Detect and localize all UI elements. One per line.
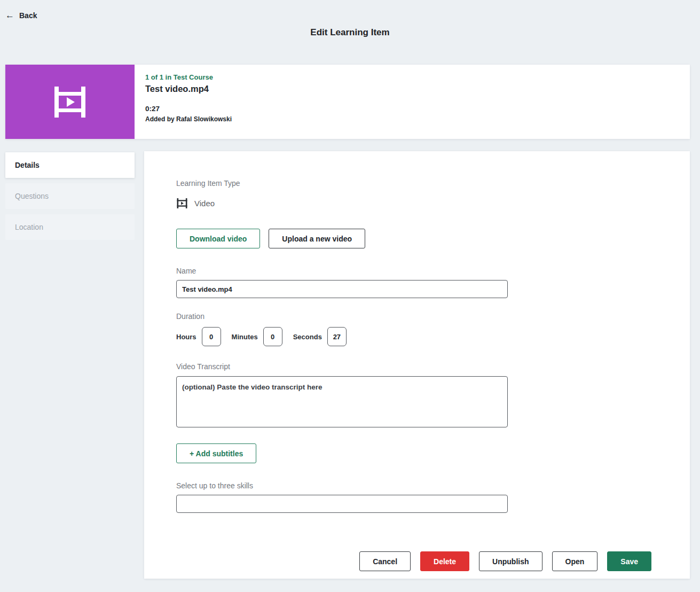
back-label: Back — [19, 11, 37, 20]
video-transcript-textarea[interactable] — [176, 376, 508, 427]
learning-item-type-label: Learning Item Type — [176, 179, 690, 188]
video-thumbnail — [5, 65, 135, 139]
skills-input[interactable] — [176, 495, 508, 513]
learning-item-type-value: Video — [194, 199, 215, 208]
upload-new-video-button[interactable]: Upload a new video — [269, 229, 365, 248]
page-title: Edit Learning Item — [0, 27, 700, 38]
media-header-card: 1 of 1 in Test Course Test video.mp4 0:2… — [5, 65, 690, 139]
back-arrow-icon: ← — [5, 11, 14, 20]
sidebar-item-location[interactable]: Location — [5, 214, 135, 240]
video-transcript-label: Video Transcript — [176, 362, 690, 371]
name-label: Name — [176, 267, 690, 275]
seconds-input[interactable] — [327, 327, 347, 346]
hours-input[interactable] — [202, 327, 221, 346]
media-info: 1 of 1 in Test Course Test video.mp4 0:2… — [135, 65, 242, 139]
minutes-input[interactable] — [263, 327, 282, 346]
media-duration: 0:27 — [145, 105, 232, 113]
skills-label: Select up to three skills — [176, 481, 690, 490]
open-button[interactable]: Open — [552, 551, 598, 571]
sidebar-item-details[interactable]: Details — [5, 152, 135, 178]
download-video-button[interactable]: Download video — [176, 229, 260, 248]
sidebar-item-label: Details — [15, 161, 40, 169]
action-buttons-row: Cancel Delete Unpublish Open Save — [176, 551, 651, 571]
edit-panel: Learning Item Type Video Download video … — [144, 151, 690, 579]
add-subtitles-button[interactable]: + Add subtitles — [176, 443, 256, 463]
sidebar-item-label: Location — [15, 223, 43, 231]
course-position: 1 of 1 in Test Course — [145, 73, 232, 81]
seconds-label: Seconds — [293, 333, 322, 341]
unpublish-button[interactable]: Unpublish — [479, 551, 542, 571]
sidebar-item-questions[interactable]: Questions — [5, 183, 135, 209]
video-type-icon — [176, 198, 188, 208]
minutes-label: Minutes — [232, 333, 258, 341]
back-button[interactable]: ← Back — [5, 11, 37, 20]
sidebar-item-label: Questions — [15, 192, 49, 200]
cancel-button[interactable]: Cancel — [359, 551, 411, 571]
name-input[interactable] — [176, 280, 508, 298]
video-film-icon — [52, 87, 88, 118]
hours-label: Hours — [176, 333, 196, 341]
sidebar: Details Questions Location — [5, 152, 135, 245]
media-added-by: Added by Rafal Slowikowski — [145, 115, 232, 123]
media-name: Test video.mp4 — [145, 84, 232, 94]
delete-button[interactable]: Delete — [420, 551, 469, 571]
save-button[interactable]: Save — [607, 551, 651, 571]
duration-label: Duration — [176, 312, 690, 321]
